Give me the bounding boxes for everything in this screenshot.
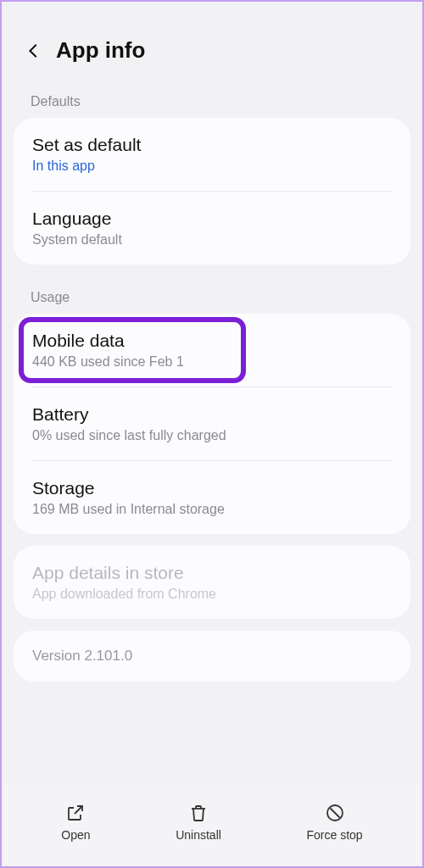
back-icon[interactable] [22,39,46,63]
row-sub: 0% used since last fully charged [32,428,392,443]
row-title: Language [32,209,392,229]
version-text: Version 2.101.0 [32,648,392,665]
row-battery[interactable]: Battery 0% used since last fully charged [14,387,410,460]
row-version: Version 2.101.0 [14,631,410,682]
row-sub: In this app [32,159,392,174]
store-card: App details in store App downloaded from… [14,546,410,619]
svg-line-1 [330,809,339,818]
trash-icon [187,801,210,825]
row-sub: App downloaded from Chrome [32,587,392,602]
row-title: Storage [32,478,392,498]
open-button[interactable]: Open [61,801,90,842]
row-sub: 169 MB used in Internal storage [32,502,392,517]
row-title: Mobile data [32,331,392,351]
row-set-as-default[interactable]: Set as default In this app [14,118,410,191]
stop-icon [323,801,347,825]
row-title: Battery [32,404,392,425]
row-sub: 440 KB used since Feb 1 [32,354,392,370]
row-app-details-store: App details in store App downloaded from… [14,546,410,619]
page-title: App info [56,37,145,64]
section-label-defaults: Defaults [14,81,410,118]
action-bar: Open Uninstall Force stop [3,783,421,865]
usage-card: Mobile data 440 KB used since Feb 1 Batt… [14,314,410,534]
defaults-card: Set as default In this app Language Syst… [14,118,410,264]
open-icon [64,801,87,825]
section-label-usage: Usage [14,276,410,314]
uninstall-button[interactable]: Uninstall [176,801,221,842]
version-card: Version 2.101.0 [14,631,410,682]
force-stop-button[interactable]: Force stop [307,801,363,842]
row-mobile-data[interactable]: Mobile data 440 KB used since Feb 1 [14,314,410,387]
action-label: Open [61,828,90,842]
row-language[interactable]: Language System default [14,192,410,264]
row-title: App details in store [32,563,392,583]
row-storage[interactable]: Storage 169 MB used in Internal storage [14,461,410,534]
action-label: Force stop [307,828,363,842]
row-title: Set as default [32,135,392,155]
action-label: Uninstall [176,828,221,842]
row-sub: System default [32,232,392,248]
